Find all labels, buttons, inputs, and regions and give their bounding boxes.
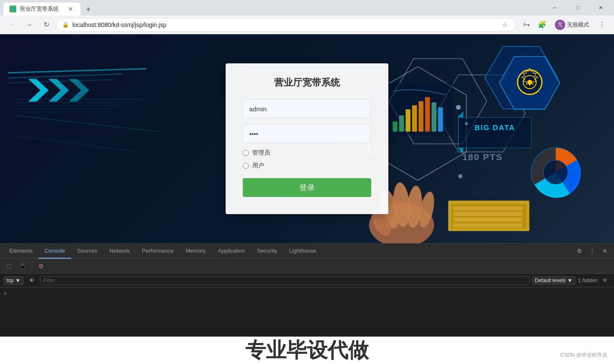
svg-marker-13 <box>389 59 486 144</box>
menu-icon[interactable]: ⋮ <box>595 18 609 32</box>
url-text: localhost:8080/kd-ssmj/jsp/login.jsp <box>72 21 495 28</box>
console-prompt[interactable]: > <box>3 289 611 298</box>
login-title: 营业厅宽带系统 <box>243 76 371 89</box>
console-content[interactable]: > <box>0 287 614 337</box>
svg-marker-10 <box>28 79 48 101</box>
console-eye-button[interactable]: 👁 <box>26 275 37 286</box>
browser-frame: 🌐 营业厅宽带系统 ✕ + ─ □ ✕ ← → ↻ 🔒 localhost:80… <box>0 0 614 364</box>
avatar: 无 <box>555 20 565 30</box>
new-tab-button[interactable]: + <box>82 3 94 15</box>
tab-security[interactable]: Security <box>251 244 283 259</box>
svg-line-1 <box>8 74 122 78</box>
username-input[interactable] <box>243 99 371 118</box>
svg-rect-22 <box>419 101 423 131</box>
svg-point-53 <box>458 174 462 178</box>
console-context-selector[interactable]: top ▼ <box>3 276 24 285</box>
lock-icon: 🔒 <box>62 21 69 28</box>
console-filter-input[interactable] <box>40 276 529 285</box>
close-button[interactable]: ✕ <box>591 1 611 15</box>
minimize-button[interactable]: ─ <box>545 1 564 15</box>
console-device-button[interactable]: 📱 <box>17 260 28 272</box>
extensions-icon[interactable]: 🧩 <box>535 18 549 32</box>
svg-rect-19 <box>399 116 404 132</box>
devtools-panel: Elements Console Sources Network Perform… <box>0 243 614 337</box>
credit-text: CSDN @毕业程序员 <box>560 352 607 359</box>
browser-tab[interactable]: 🌐 营业厅宽带系统 ✕ <box>3 3 80 15</box>
devtools-close-button[interactable]: ✕ <box>599 245 611 257</box>
tab-sources[interactable]: Sources <box>71 244 104 259</box>
tab-memory[interactable]: Memory <box>180 244 212 259</box>
devtools-settings-button[interactable]: ⚙ <box>574 245 585 257</box>
hidden-settings-icon[interactable]: ⚙ <box>599 275 611 286</box>
svg-text:BIG DATA: BIG DATA <box>474 124 515 132</box>
devtools-tabs: Elements Console Sources Network Perform… <box>0 244 570 259</box>
main-content: BIG DATA 180 PTS <box>0 34 614 364</box>
svg-point-27 <box>518 70 542 94</box>
tab-network[interactable]: Network <box>104 244 136 259</box>
svg-rect-42 <box>453 212 522 216</box>
reload-button[interactable]: ↻ <box>39 18 53 32</box>
tab-application[interactable]: Application <box>212 244 251 259</box>
window-controls: ─ □ ✕ <box>545 1 611 15</box>
svg-marker-12 <box>69 79 89 101</box>
tab-lighthouse[interactable]: Lighthouse <box>283 244 322 259</box>
tab-elements[interactable]: Elements <box>3 244 39 259</box>
tab-performance[interactable]: Performance <box>136 244 179 259</box>
admin-radio-label[interactable]: 管理员 <box>243 149 371 157</box>
bookmark-icon[interactable]: ☆ <box>499 19 511 31</box>
login-button[interactable]: 登录 <box>243 178 371 197</box>
admin-radio-text: 管理员 <box>252 149 270 157</box>
user-radio[interactable] <box>243 163 249 169</box>
console-error-button[interactable]: ⊘ <box>36 260 47 272</box>
default-levels-dropdown[interactable]: Default levels ▼ <box>532 276 575 285</box>
url-bar[interactable]: 🔒 localhost:8080/kd-ssmj/jsp/login.jsp ☆ <box>57 18 516 32</box>
chevron-down-icon: ▼ <box>15 277 21 283</box>
below-browser-area: 专业毕设代做 <box>0 337 614 364</box>
maximize-button[interactable]: □ <box>568 1 587 15</box>
url-actions: ☆ <box>499 19 511 31</box>
chevron-down-icon: ▼ <box>567 277 572 283</box>
devtools-right-controls: ⚙ ⋮ ✕ <box>570 245 614 257</box>
address-bar: ← → ↻ 🔒 localhost:8080/kd-ssmj/jsp/login… <box>0 15 614 34</box>
svg-rect-18 <box>393 122 397 132</box>
context-label: top <box>6 277 14 283</box>
svg-point-52 <box>456 105 461 110</box>
console-bar: top ▼ 👁 Default levels ▼ 1 hidden ⚙ <box>0 274 614 287</box>
svg-marker-30 <box>522 69 538 87</box>
svg-line-2 <box>8 80 113 83</box>
toolbar-right: 🗝 🧩 无 无痕模式 ⋮ <box>520 18 609 32</box>
svg-rect-17 <box>388 83 453 136</box>
tab-title: 营业厅宽带系统 <box>20 5 63 13</box>
devtools-more-button[interactable]: ⋮ <box>587 245 598 257</box>
back-button[interactable]: ← <box>5 18 19 32</box>
svg-point-56 <box>465 122 468 125</box>
svg-text:180  PTS: 180 PTS <box>462 152 503 162</box>
svg-marker-26 <box>499 57 560 109</box>
svg-marker-16 <box>485 46 558 109</box>
svg-point-36 <box>531 148 580 197</box>
password-input[interactable] <box>243 124 371 143</box>
svg-line-0 <box>8 69 146 73</box>
svg-rect-40 <box>451 204 526 228</box>
svg-point-38 <box>537 154 574 191</box>
user-radio-label[interactable]: 用户 <box>243 162 371 170</box>
svg-point-48 <box>405 185 424 228</box>
viewport: BIG DATA 180 PTS <box>0 34 614 243</box>
svg-line-3 <box>16 116 158 132</box>
admin-radio[interactable] <box>243 150 249 156</box>
tab-close-button[interactable]: ✕ <box>67 5 75 13</box>
profile-button[interactable]: 无 无痕模式 <box>551 18 593 32</box>
watermark-title: 专业毕设代做 <box>245 337 369 364</box>
svg-rect-24 <box>432 102 436 131</box>
login-form: 营业厅宽带系统 管理员 用户 登录 <box>226 63 388 214</box>
tab-console[interactable]: Console <box>39 244 71 259</box>
svg-point-28 <box>523 76 536 89</box>
svg-rect-43 <box>453 218 522 221</box>
svg-rect-21 <box>412 105 417 132</box>
user-radio-text: 用户 <box>252 162 264 170</box>
profile-label: 无痕模式 <box>567 21 589 29</box>
hidden-count-label: 1 hidden ⚙ <box>578 275 611 286</box>
console-inspect-button[interactable]: ⬚ <box>3 260 15 272</box>
key-icon[interactable]: 🗝 <box>520 18 534 32</box>
forward-button[interactable]: → <box>22 18 36 32</box>
